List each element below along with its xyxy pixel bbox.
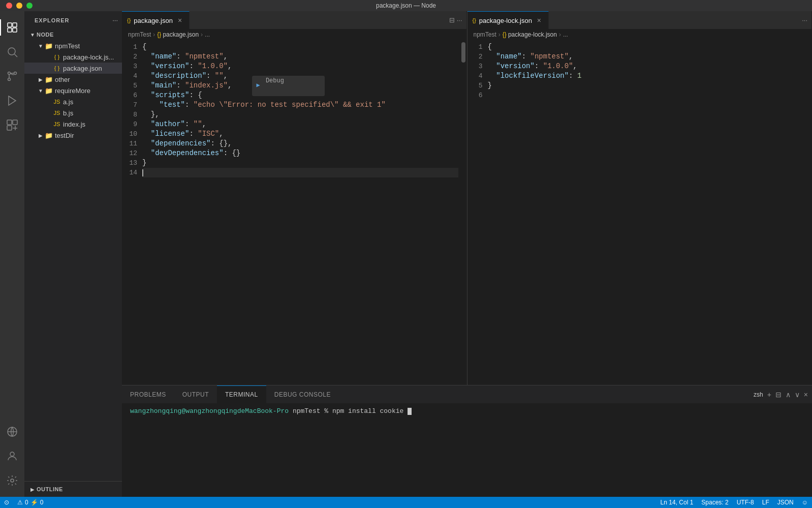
settings-icon[interactable]: [0, 468, 24, 493]
sidebar-item-ajs[interactable]: JS a.js: [24, 96, 122, 107]
sidebar-item-outline[interactable]: ▶ OUTLINE: [24, 484, 122, 495]
sidebar-item-requiremore[interactable]: ▼ 📁 requireMore: [24, 85, 122, 96]
sidebar-title: EXPLORER: [35, 17, 70, 23]
extensions-icon[interactable]: [0, 113, 24, 137]
breadcrumb-sep: ›: [498, 31, 501, 38]
indexjs-label: index.js: [63, 121, 85, 128]
warning-icon: ⚡: [30, 499, 38, 506]
folder-icon: 📁: [45, 131, 53, 139]
editor-area: {} package.json × ⊟ ··· npmTest › {}pack…: [122, 11, 812, 497]
package-json-label: package.json: [63, 65, 102, 72]
spacer: [45, 109, 53, 117]
line-numbers-left: 1 2 3 4 5 6 7 8 9 10 11 12 13: [122, 42, 142, 177]
more-actions-icon[interactable]: ···: [802, 16, 807, 24]
code-line: "main": "index.js", ▶ Debug: [142, 81, 458, 91]
status-eol[interactable]: LF: [758, 497, 773, 508]
tab-debug-console[interactable]: DEBUG CONSOLE: [266, 385, 339, 403]
breadcrumb-item[interactable]: ...: [563, 31, 568, 38]
maximize-panel-icon[interactable]: ∨: [795, 391, 800, 399]
close-button[interactable]: [6, 3, 12, 9]
explorer-icon[interactable]: [0, 15, 24, 40]
account-icon[interactable]: [0, 444, 24, 468]
tab-problems[interactable]: PROBLEMS: [122, 385, 174, 403]
status-position[interactable]: Ln 14, Col 1: [657, 497, 698, 508]
package-lock-label: package-lock.js...: [63, 53, 114, 61]
code-line: },: [142, 110, 458, 119]
breadcrumb-item[interactable]: ...: [205, 31, 210, 38]
debug-icon[interactable]: [0, 88, 24, 113]
status-encoding[interactable]: UTF-8: [733, 497, 758, 508]
scrollbar-right-2[interactable]: [805, 40, 811, 385]
editor-group-left: {} package.json × ⊟ ··· npmTest › {}pack…: [122, 11, 467, 385]
tab-bar-left: {} package.json × ⊟ ···: [122, 11, 466, 29]
error-icon: ⚠: [17, 499, 23, 506]
remote-icon: ⊙: [4, 499, 9, 506]
status-language[interactable]: JSON: [773, 497, 798, 508]
encoding-label: UTF-8: [737, 499, 754, 506]
tab-package-json[interactable]: {} package.json ×: [122, 11, 190, 29]
status-errors[interactable]: ⚠ 0 ⚡ 0: [13, 497, 47, 508]
status-bar-right: Ln 14, Col 1 Spaces: 2 UTF-8 LF JSON ☺: [657, 497, 812, 508]
code-lines-right: { "name": "npmtest", "version": "1.0.0",…: [488, 42, 812, 100]
eol-label: LF: [762, 499, 769, 506]
maximize-button[interactable]: [26, 3, 33, 9]
minimize-button[interactable]: [16, 3, 22, 9]
sidebar-item-other[interactable]: ▶ 📁 other: [24, 74, 122, 85]
code-line: {: [488, 42, 804, 52]
folder-icon: 📁: [45, 75, 53, 83]
svg-rect-0: [8, 23, 12, 27]
sidebar: EXPLORER ··· ▼ NODE ▼ 📁 npmTest { } pack…: [24, 11, 122, 497]
sidebar-item-bjs[interactable]: JS b.js: [24, 107, 122, 118]
tab-actions-right: ···: [798, 11, 811, 29]
new-terminal-icon[interactable]: +: [767, 391, 771, 399]
sidebar-item-indexjs[interactable]: JS index.js: [24, 118, 122, 130]
svg-point-6: [8, 72, 11, 75]
tab-file-icon: {}: [473, 17, 476, 23]
breadcrumb-right: npmTest › {}package-lock.json › ...: [467, 29, 812, 40]
search-icon[interactable]: [0, 40, 24, 64]
terminal-content[interactable]: wangzhongqing@wangzhongqingdeMacBook-Pro…: [122, 403, 812, 497]
tab-close-button[interactable]: ×: [176, 16, 184, 24]
file-js-icon: JS: [53, 120, 61, 128]
close-panel-icon[interactable]: ×: [804, 391, 808, 399]
file-tree: ▼ NODE ▼ 📁 npmTest { } package-lock.js..…: [24, 29, 122, 481]
other-label: other: [55, 76, 70, 83]
tab-terminal[interactable]: TERMINAL: [217, 385, 266, 403]
sidebar-item-node[interactable]: ▼ NODE: [24, 29, 122, 40]
scrollbar-thumb[interactable]: [461, 42, 465, 63]
tab-package-lock[interactable]: {} package-lock.json ×: [467, 11, 549, 29]
editor-content-left[interactable]: 1 2 3 4 5 6 7 8 9 10 11 12 13: [122, 40, 466, 385]
breadcrumb-sep: ›: [153, 31, 155, 38]
editor-group-right: {} package-lock.json × ··· npmTest › {}p…: [467, 11, 813, 385]
code-line: "name": "npmtest",: [142, 52, 458, 62]
chevron-right-icon: ▶: [28, 485, 37, 493]
sidebar-item-package-lock[interactable]: { } package-lock.js...: [24, 51, 122, 63]
status-spaces[interactable]: Spaces: 2: [697, 497, 732, 508]
scrollbar-right[interactable]: [460, 40, 466, 385]
remote-icon[interactable]: [0, 420, 24, 444]
sidebar-item-package-json[interactable]: { } package.json: [24, 63, 122, 74]
file-js-icon: JS: [53, 98, 61, 106]
split-editor-icon[interactable]: ⊟: [449, 16, 455, 24]
sidebar-item-npmtest[interactable]: ▼ 📁 npmTest: [24, 40, 122, 51]
tab-close-button[interactable]: ×: [535, 16, 543, 24]
breadcrumb-sep: ›: [559, 31, 561, 38]
more-actions-icon[interactable]: ···: [112, 16, 118, 24]
chevron-down-icon[interactable]: ∧: [786, 391, 791, 399]
debug-widget[interactable]: ▶ Debug: [252, 76, 324, 96]
folder-icon: 📁: [45, 42, 53, 50]
editor-content-right[interactable]: 1 2 3 4 5 6 { "name": "npmtest", "versio…: [467, 40, 812, 385]
spacer: [45, 64, 53, 72]
language-label: JSON: [777, 499, 794, 506]
tab-output[interactable]: OUTPUT: [174, 385, 217, 403]
breadcrumb-item[interactable]: npmTest: [474, 31, 496, 38]
source-control-icon[interactable]: [0, 64, 24, 88]
sidebar-item-testdir[interactable]: ▶ 📁 testDir: [24, 130, 122, 141]
panel-actions: zsh + ⊟ ∧ ∨ ×: [749, 391, 812, 399]
more-actions-icon[interactable]: ···: [457, 16, 462, 24]
status-remote[interactable]: ⊙: [0, 497, 13, 508]
split-terminal-icon[interactable]: ⊟: [775, 391, 782, 399]
status-feedback[interactable]: ☺: [798, 497, 812, 508]
svg-point-14: [10, 452, 14, 456]
breadcrumb-item[interactable]: npmTest: [128, 31, 151, 38]
